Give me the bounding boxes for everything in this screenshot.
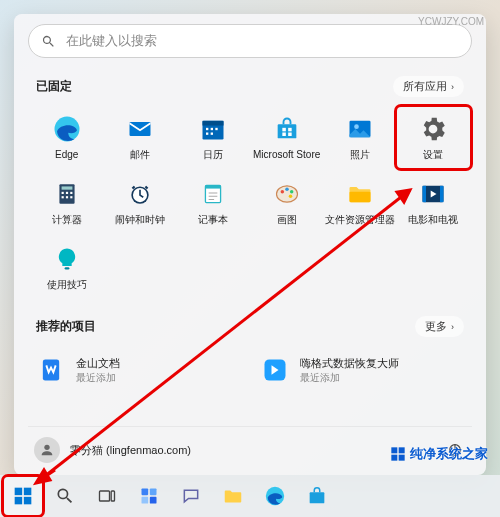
app-label: 电影和电视: [408, 214, 458, 225]
mail-icon: [124, 113, 156, 145]
taskbar-taskview[interactable]: [88, 477, 126, 515]
app-edge[interactable]: Edge: [30, 107, 103, 168]
all-apps-label: 所有应用: [403, 79, 447, 94]
svg-point-15: [354, 124, 359, 129]
svg-rect-17: [61, 186, 72, 189]
app-calculator[interactable]: 计算器: [30, 172, 103, 233]
svg-point-40: [44, 445, 49, 450]
svg-rect-44: [24, 488, 32, 496]
svg-rect-21: [61, 196, 63, 198]
svg-rect-19: [66, 192, 68, 194]
edge-icon: [263, 484, 287, 508]
taskbar-widgets[interactable]: [130, 477, 168, 515]
svg-rect-27: [206, 185, 221, 188]
svg-rect-62: [399, 455, 405, 461]
svg-rect-3: [203, 121, 224, 126]
svg-rect-60: [399, 447, 405, 453]
app-label: 文件资源管理器: [325, 214, 395, 225]
svg-point-30: [285, 188, 289, 192]
app-clock[interactable]: 闹钟和时钟: [103, 172, 176, 233]
app-label: 照片: [350, 149, 370, 160]
photos-icon: [344, 113, 376, 145]
recommended-item[interactable]: 嗨格式数据恢复大师 最近添加: [258, 351, 466, 389]
pinned-title: 已固定: [36, 78, 72, 95]
gear-icon: [417, 113, 449, 145]
app-label: 计算器: [52, 214, 82, 225]
app-label: 闹钟和时钟: [115, 214, 165, 225]
search-icon: [53, 484, 77, 508]
svg-rect-38: [43, 360, 59, 381]
svg-rect-59: [391, 447, 397, 453]
tips-icon: [51, 243, 83, 275]
pinned-header: 已固定 所有应用 ›: [36, 76, 464, 97]
svg-rect-52: [150, 497, 157, 504]
app-label: 日历: [203, 149, 223, 160]
svg-rect-50: [150, 489, 157, 496]
svg-rect-12: [282, 133, 286, 137]
recommended-sub: 最近添加: [76, 371, 120, 385]
watermark-text: 纯净系统之家: [410, 445, 488, 463]
svg-rect-49: [142, 489, 149, 496]
clock-icon: [124, 178, 156, 210]
recommended-header: 推荐的项目 更多 ›: [36, 316, 464, 337]
svg-rect-37: [64, 267, 69, 269]
taskbar-store[interactable]: [298, 477, 336, 515]
calculator-icon: [51, 178, 83, 210]
app-tips[interactable]: 使用技巧: [30, 237, 103, 298]
app-settings[interactable]: 设置: [397, 107, 470, 168]
notepad-icon: [197, 178, 229, 210]
app-label: 记事本: [198, 214, 228, 225]
app-paint[interactable]: 画图: [250, 172, 323, 233]
chevron-right-icon: ›: [451, 322, 454, 332]
svg-rect-9: [277, 124, 296, 138]
user-button[interactable]: 零分猫 (lingfenmao.com): [34, 437, 191, 463]
folder-icon: [221, 484, 245, 508]
app-mail[interactable]: 邮件: [103, 107, 176, 168]
watermark: 纯净系统之家: [390, 445, 488, 463]
svg-rect-47: [100, 491, 110, 501]
app-notepad[interactable]: 记事本: [177, 172, 250, 233]
svg-rect-45: [15, 497, 23, 505]
recommended-title: 推荐的项目: [36, 318, 96, 335]
svg-rect-35: [423, 186, 427, 202]
widgets-icon: [137, 484, 161, 508]
all-apps-button[interactable]: 所有应用 ›: [393, 76, 464, 97]
app-calendar[interactable]: 日历: [177, 107, 250, 168]
search-icon: [41, 34, 56, 49]
svg-rect-1: [129, 122, 150, 136]
start-button[interactable]: [4, 477, 42, 515]
recommended-item[interactable]: 金山文档 最近添加: [34, 351, 242, 389]
folder-icon: [344, 178, 376, 210]
svg-rect-46: [24, 497, 32, 505]
edge-icon: [51, 113, 83, 145]
store-icon: [271, 113, 303, 145]
svg-point-32: [288, 195, 292, 199]
taskbar-edge[interactable]: [256, 477, 294, 515]
svg-rect-4: [206, 128, 208, 130]
chevron-right-icon: ›: [451, 82, 454, 92]
start-menu: 在此键入以搜索 已固定 所有应用 › Edge 邮件 日历: [14, 14, 486, 475]
taskbar: [0, 475, 500, 517]
app-label: 设置: [423, 149, 443, 160]
watermark-url: YCWJZY.COM: [418, 16, 484, 27]
svg-rect-11: [288, 128, 292, 131]
svg-rect-61: [391, 455, 397, 461]
app-label: 使用技巧: [47, 279, 87, 290]
app-movies[interactable]: 电影和电视: [397, 172, 470, 233]
svg-rect-22: [66, 196, 68, 198]
taskbar-chat[interactable]: [172, 477, 210, 515]
taskbar-search[interactable]: [46, 477, 84, 515]
taskview-icon: [95, 484, 119, 508]
svg-rect-48: [111, 491, 114, 501]
app-photos[interactable]: 照片: [323, 107, 396, 168]
avatar: [34, 437, 60, 463]
recommended-name: 金山文档: [76, 356, 120, 371]
search-input[interactable]: 在此键入以搜索: [28, 24, 472, 58]
app-label: Edge: [55, 149, 78, 160]
taskbar-explorer[interactable]: [214, 477, 252, 515]
svg-rect-6: [216, 128, 218, 130]
app-store[interactable]: Microsoft Store: [250, 107, 323, 168]
more-button[interactable]: 更多 ›: [415, 316, 464, 337]
app-explorer[interactable]: 文件资源管理器: [323, 172, 396, 233]
paint-icon: [271, 178, 303, 210]
